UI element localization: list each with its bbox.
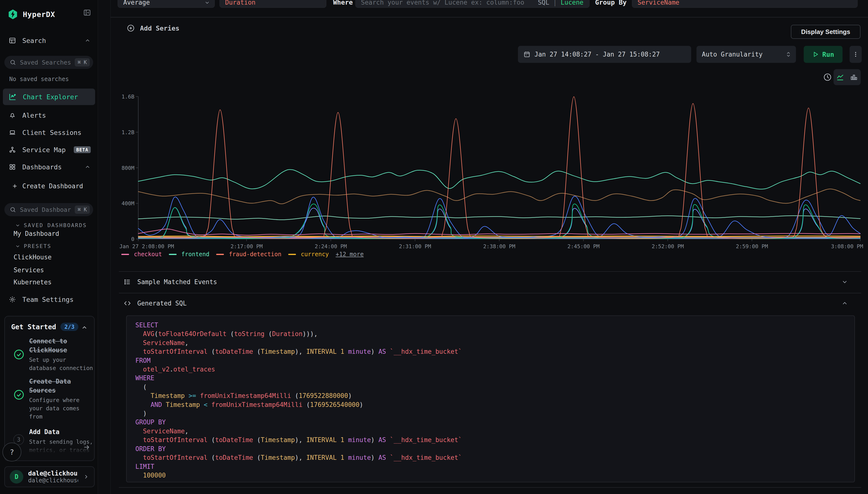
help-button[interactable]: ? <box>2 442 21 461</box>
group-by-input[interactable]: ServiceName <box>632 0 857 8</box>
sidebar: HyperDX Search ⌘ K No saved searches Cha… <box>0 0 98 494</box>
saved-searches-input[interactable] <box>20 59 71 66</box>
create-dashboard-button[interactable]: Create Dashboard <box>12 183 83 190</box>
sidebar-item-service-map[interactable]: Service Map BETA <box>0 142 98 157</box>
time-format-button[interactable] <box>823 73 832 81</box>
svg-text:2:45:00 PM: 2:45:00 PM <box>567 243 599 249</box>
chart-explorer-icon <box>9 93 17 101</box>
sql-code: SELECT AVG(toFloat64OrDefault (toString … <box>135 321 462 480</box>
legend-swatch <box>121 254 129 255</box>
arrow-right-icon <box>83 443 90 451</box>
get-started-progress-badge: 2/3 <box>60 323 78 331</box>
legend-swatch <box>216 254 224 255</box>
legend-item[interactable]: currency <box>288 251 329 258</box>
task-title: Create Data Sources <box>29 377 95 395</box>
more-options-button[interactable] <box>850 46 862 63</box>
sidebar-item-my-dashboard[interactable]: My Dashboard <box>14 230 59 237</box>
sidebar-item-kubernetes[interactable]: Kubernetes <box>14 279 52 286</box>
chevron-up-icon[interactable] <box>841 300 848 307</box>
sidebar-item-services[interactable]: Services <box>14 266 44 274</box>
play-icon <box>812 51 819 58</box>
legend-item[interactable]: frontend <box>169 251 210 258</box>
panel-divider <box>110 0 111 494</box>
sidebar-item-team-settings[interactable]: Team Settings <box>0 292 98 307</box>
saved-dashboards-search[interactable]: ⌘ K <box>4 203 93 216</box>
search-icon <box>10 207 16 213</box>
chevron-down-icon[interactable] <box>841 279 848 285</box>
sidebar-item-alerts[interactable]: Alerts <box>0 108 98 123</box>
svg-text:1.2B: 1.2B <box>121 129 134 135</box>
legend-label: frontend <box>181 251 210 258</box>
search-query-input[interactable]: Search your events w/ Lucene ex: column:… <box>355 0 590 8</box>
generated-sql-panel[interactable]: SELECT AVG(toFloat64OrDefault (toString … <box>126 316 855 482</box>
svg-text:0: 0 <box>131 236 134 242</box>
app-logo[interactable]: HyperDX <box>7 8 92 21</box>
chevron-up-icon[interactable] <box>84 37 91 44</box>
user-email: dale@clickhouse.c… <box>28 477 78 484</box>
sidebar-item-label: Team Settings <box>22 296 74 303</box>
series-checkout <box>138 229 860 235</box>
list-icon <box>124 278 131 286</box>
user-menu[interactable]: D dale@clickhouse.… dale@clickhouse.c… <box>4 466 95 487</box>
generated-sql-header[interactable]: Generated SQL <box>124 296 854 311</box>
calendar-icon <box>523 51 531 58</box>
chevron-updown-icon <box>785 51 792 57</box>
bar-chart-toggle[interactable] <box>850 73 858 81</box>
line-chart-toggle[interactable] <box>836 73 845 81</box>
svg-text:Jan 27 2:08:00 PM: Jan 27 2:08:00 PM <box>119 243 174 249</box>
service-map-icon <box>9 146 16 153</box>
sidebar-item-chart-explorer[interactable]: Chart Explorer <box>3 89 95 105</box>
series-frontend <box>138 170 860 189</box>
sidebar-item-dashboards[interactable]: Dashboards <box>0 159 98 175</box>
granularity-select[interactable]: Auto Granularity <box>696 46 796 63</box>
user-name: dale@clickhouse.… <box>28 470 78 477</box>
legend-item[interactable]: fraud-detection <box>216 251 282 258</box>
chart-type-toggle <box>833 69 861 85</box>
presets-group[interactable]: PRESETS <box>15 243 52 249</box>
get-started-header[interactable]: Get Started 2/3 <box>11 323 78 331</box>
chevron-up-icon[interactable] <box>84 164 91 170</box>
collapse-sidebar-icon[interactable] <box>83 9 91 17</box>
field-input[interactable]: Duration <box>219 0 326 8</box>
svg-text:1.6B: 1.6B <box>121 94 134 100</box>
saved-dashboards-input[interactable] <box>20 206 71 213</box>
no-saved-searches-text: No saved searches <box>9 76 69 82</box>
chevron-down-icon <box>204 0 210 5</box>
svg-text:3:08:00 PM: 3:08:00 PM <box>831 243 863 249</box>
series-fraud-detection <box>138 97 860 239</box>
app-title: HyperDX <box>23 10 55 19</box>
aggregation-select[interactable]: Average <box>118 0 215 8</box>
sidebar-item-client-sessions[interactable]: Client Sessions <box>0 125 98 140</box>
task-desc: Set up your database connection <box>29 356 95 372</box>
saved-dashboards-group[interactable]: SAVED DASHBOARDS <box>15 222 87 228</box>
timeseries-chart[interactable]: 0400M800M1.2B1.6BJan 27 2:08:00 PM2:17:0… <box>119 93 864 251</box>
laptop-icon <box>9 129 16 136</box>
shortcut-badge: ⌘ K <box>75 58 90 66</box>
bell-icon <box>9 112 16 119</box>
sidebar-item-clickhouse[interactable]: ClickHouse <box>14 253 52 261</box>
task-title: Connect to ClickHouse <box>29 337 95 355</box>
lucene-mode-toggle[interactable]: Lucene <box>561 0 583 6</box>
code-icon <box>124 300 131 307</box>
date-range-picker[interactable]: Jan 27 14:08:27 - Jan 27 15:08:27 <box>518 46 691 63</box>
chevron-up-icon[interactable] <box>81 324 88 331</box>
beta-badge: BETA <box>74 146 91 153</box>
svg-text:2:52:00 PM: 2:52:00 PM <box>652 243 683 249</box>
saved-searches-search[interactable]: ⌘ K <box>4 56 93 69</box>
legend-item[interactable]: checkout <box>121 251 162 258</box>
sidebar-item-search[interactable]: Search <box>0 33 98 48</box>
search-panel-icon <box>9 37 16 44</box>
sql-mode-toggle[interactable]: SQL <box>538 0 549 6</box>
divider <box>119 271 861 272</box>
sidebar-item-label: Dashboards <box>22 163 62 171</box>
divider <box>110 17 868 17</box>
display-settings-button[interactable]: Display Settings <box>791 25 861 39</box>
add-series-button[interactable]: Add Series <box>127 24 179 32</box>
sample-matched-events-header[interactable]: Sample Matched Events <box>124 274 854 290</box>
get-started-title: Get Started <box>11 323 56 331</box>
check-circle-icon <box>13 349 24 360</box>
check-circle-icon <box>13 389 24 400</box>
run-button[interactable]: Run <box>804 46 843 63</box>
legend-more-link[interactable]: +12 more <box>336 251 364 258</box>
chart-legend: checkoutfrontendfraud-detectioncurrency+… <box>121 251 364 258</box>
